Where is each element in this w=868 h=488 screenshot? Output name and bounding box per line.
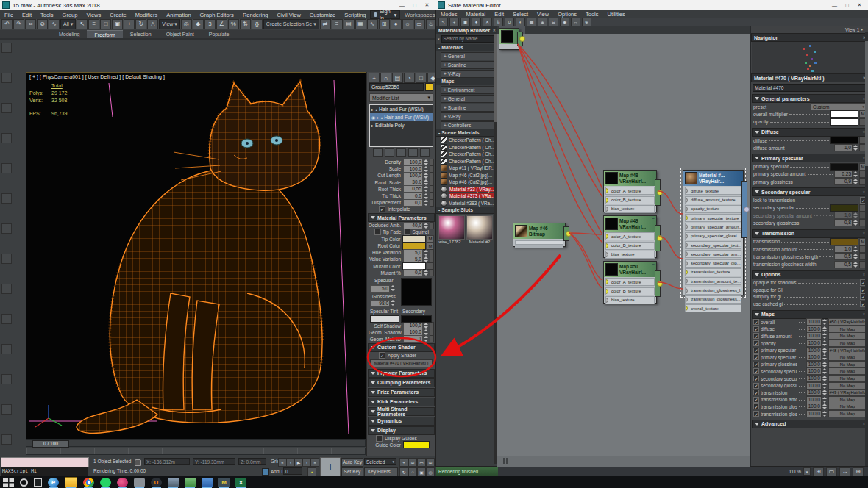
map-slot-button[interactable]: Map #49 ( VRayHairInfoTex ) [828, 389, 867, 396]
select-rotate-icon[interactable]: ↻ [135, 19, 146, 29]
material470-node-slot[interactable]: transmission_texture [685, 268, 741, 276]
slate-window-titlebar-maximize-button[interactable]: □ [841, 1, 853, 10]
pan-tool-icon[interactable]: ↔ [571, 18, 580, 26]
map49-node-slot[interactable]: bias_texture [605, 251, 655, 259]
spinner-control[interactable] [853, 212, 858, 218]
max-menu-civil-view[interactable]: Civil View [272, 10, 305, 19]
zoom-region-icon[interactable]: ▭ [417, 458, 426, 467]
browser-entry[interactable]: CheckerPattern ( Ch... [436, 151, 498, 158]
socket-icon[interactable] [685, 251, 688, 256]
edit-named-selections-icon[interactable]: {} [252, 19, 263, 29]
material470-node-slot[interactable]: transmission_glossiness... [685, 295, 741, 304]
spinner-control[interactable] [822, 411, 828, 417]
spinner-control[interactable] [424, 173, 429, 179]
socket-icon[interactable] [685, 288, 688, 293]
map49-node-output-socket[interactable] [657, 235, 663, 241]
material470-node-slot[interactable]: secondary_specular_am... [685, 250, 741, 258]
transmission-amount-field[interactable]: 1,0 [834, 245, 853, 253]
key-filters-button[interactable]: Key Filters... [364, 467, 398, 476]
map-amount-field[interactable]: 100,0 [806, 332, 822, 340]
corner-node-output-socket[interactable] [519, 36, 525, 42]
map-enable-checkbox[interactable]: ✓ [753, 362, 759, 367]
max-window-titlebar-minimize-button[interactable]: — [396, 1, 408, 10]
object-color-swatch[interactable] [425, 83, 433, 91]
zoom-dropdown-icon[interactable]: ▾ [803, 467, 811, 476]
left-toolbar-icon[interactable] [1, 404, 12, 415]
material470-node-slot[interactable]: primary_specular_texture [685, 214, 741, 222]
socket-icon[interactable] [685, 261, 688, 266]
map50-node-slot[interactable]: bias_texture [605, 296, 655, 304]
slate-menu-material[interactable]: Material [462, 10, 491, 18]
tip-color-swatch[interactable] [402, 235, 426, 243]
assign-material-icon[interactable]: ● [472, 18, 481, 26]
schematic-view-icon[interactable]: ⊞ [379, 19, 390, 29]
socket-icon[interactable] [605, 298, 608, 303]
map-enable-checkbox[interactable]: ✓ [753, 368, 759, 374]
spinner-control[interactable] [822, 383, 828, 389]
max-menu-customize[interactable]: Customize [305, 10, 340, 19]
material-parameters-rollout[interactable]: Material Parameters [368, 213, 435, 222]
show-end-result-icon[interactable] [385, 148, 394, 157]
connected-socket-icon[interactable] [685, 270, 688, 275]
set-keys-button[interactable]: + [320, 457, 341, 477]
ribbon-tab-freeform[interactable]: Freeform [87, 30, 122, 39]
rollout-clumping-parameters[interactable]: Clumping Parameters [368, 378, 435, 387]
select-move-icon[interactable]: + [124, 19, 135, 29]
ribbon-tab-modeling[interactable]: Modeling [51, 30, 87, 38]
slate-menu-options[interactable]: Options [553, 10, 581, 18]
left-toolbar-icon[interactable] [1, 223, 12, 234]
connected-socket-icon[interactable] [605, 289, 608, 294]
max-menu-edit[interactable]: Edit [18, 10, 36, 19]
spinner-control[interactable] [391, 300, 396, 306]
spinner-control[interactable] [822, 397, 828, 403]
max-menu-scripting[interactable]: Scripting [340, 10, 370, 19]
object-name-field[interactable]: Group52350 [369, 83, 424, 91]
start-button[interactable] [3, 478, 14, 487]
browser-entry[interactable]: CheckerPattern ( Ch... [436, 137, 498, 144]
uplay-icon[interactable]: U [151, 478, 162, 487]
coordinate-y-field[interactable]: Y: -119,33mm [193, 458, 235, 465]
max-taskbar-icon[interactable]: M [218, 478, 230, 487]
edge-icon[interactable]: e [48, 478, 59, 487]
connected-socket-icon[interactable] [605, 234, 608, 239]
spinner-control[interactable] [822, 354, 828, 360]
material470-node-slot[interactable]: diffuse_texture [685, 187, 741, 195]
select-link-icon[interactable]: ∞ [25, 19, 36, 29]
frame-number-field[interactable]: 0 [283, 467, 302, 475]
slate-menu-modes[interactable]: Modes [436, 10, 462, 18]
section-secondary-specular[interactable]: Secondary specular✕ [752, 187, 868, 196]
drag-handle[interactable] [430, 269, 434, 276]
render-setup-icon[interactable]: ☼ [402, 19, 413, 29]
map50-node-slot[interactable]: color_B_texture [605, 287, 655, 295]
value-field[interactable]: 1 [403, 335, 423, 342]
modifier-stack-item[interactable]: ◉▸●Hair and Fur (WSM) [370, 113, 433, 121]
select-by-name-icon[interactable]: ≡ [88, 19, 99, 29]
browser-entry[interactable]: Map #46 (Cat2.jpg)... [436, 172, 498, 179]
map-slot-button[interactable]: No Map [828, 354, 867, 361]
section-diffuse[interactable]: Diffuse✕ [752, 128, 868, 137]
section-transmission[interactable]: Transmission✕ [752, 229, 868, 238]
align-icon[interactable]: ≡ [332, 19, 343, 29]
map48-node-output-socket[interactable] [657, 190, 663, 195]
socket-icon[interactable] [685, 188, 688, 193]
chrome-icon[interactable] [83, 478, 94, 487]
connected-socket-icon[interactable] [605, 188, 608, 193]
spinner-snap-icon[interactable]: ⇅ [240, 19, 251, 29]
primary-specular-amount-field[interactable]: 0,25 [834, 171, 853, 178]
spinner-control[interactable] [853, 179, 858, 184]
diffuse-amount-field[interactable]: 1,0 [834, 144, 853, 151]
remove-modifier-icon[interactable] [408, 148, 418, 157]
socket-icon[interactable] [605, 252, 608, 257]
spinner-control[interactable] [424, 256, 429, 262]
slate-menu-edit[interactable]: Edit [490, 10, 508, 18]
map-amount-field[interactable]: 100,0 [806, 403, 822, 410]
squirrel-checkbox[interactable] [404, 229, 410, 235]
spinner-control[interactable] [424, 179, 429, 185]
material470-node-slot[interactable]: opacity_texture [685, 205, 741, 213]
map-amount-field[interactable]: 100,0 [806, 389, 822, 396]
zoom-level[interactable]: 111% [789, 469, 801, 474]
time-tag-icon[interactable] [262, 468, 269, 476]
value-field[interactable]: 0,0 [403, 269, 423, 276]
spinner-control[interactable] [822, 362, 828, 367]
reference-coordinate-dropdown[interactable]: View▾ [159, 19, 180, 29]
